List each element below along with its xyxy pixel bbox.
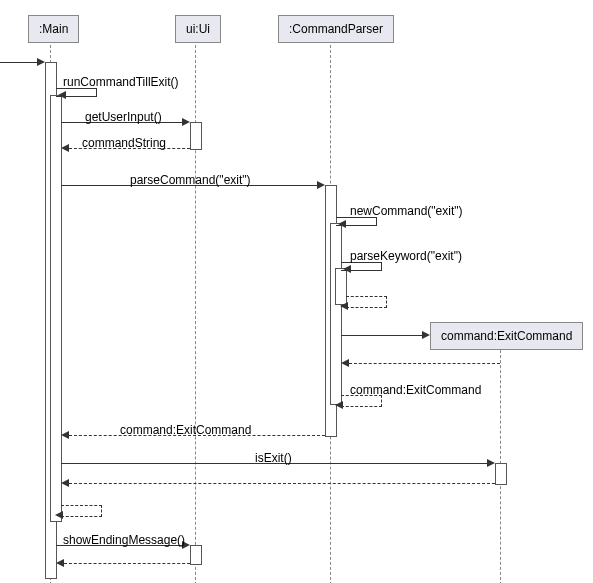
line-create-command (341, 335, 422, 336)
participant-command-label: command:ExitCommand (441, 329, 572, 343)
sequence-diagram: :Main ui:Ui :CommandParser command:ExitC… (0, 0, 593, 583)
head-isexit-return (61, 479, 69, 487)
found-msg-line (0, 62, 37, 63)
msg-parsecommand: parseCommand("exit") (130, 173, 251, 187)
msg-showending: showEndingMessage() (63, 533, 185, 547)
participant-command: command:ExitCommand (430, 322, 583, 350)
msg-return-exit1: command:ExitCommand (350, 383, 481, 397)
participant-ui: ui:Ui (175, 15, 221, 43)
head-showending-return (56, 559, 64, 567)
head-parsecommand (317, 181, 325, 189)
selfret-loop-head (55, 511, 63, 519)
selfret-loop (61, 505, 102, 517)
head-isexit (487, 459, 495, 467)
msg-getuserinput: getUserInput() (85, 110, 162, 124)
selfret-parsekeyword-head (340, 302, 348, 310)
participant-ui-label: ui:Ui (186, 22, 210, 36)
msg-isexit: isExit() (255, 451, 292, 465)
activation-command-isexit (495, 463, 507, 485)
selfcall-parsekeyword-head (343, 265, 351, 273)
participant-main-label: :Main (39, 22, 68, 36)
msg-return-exit2: command:ExitCommand (120, 423, 251, 437)
msg-parsekeyword: parseKeyword("exit") (350, 249, 462, 263)
head-commandstring (61, 144, 69, 152)
participant-main: :Main (28, 15, 79, 43)
participant-parser-label: :CommandParser (289, 22, 383, 36)
msg-newcommand: newCommand("exit") (350, 204, 463, 218)
selfcall-runcommand-head (58, 91, 66, 99)
participant-parser: :CommandParser (278, 15, 394, 43)
found-msg-head (37, 58, 45, 66)
head-create-return (341, 359, 349, 367)
selfret-parsekeyword (346, 296, 387, 308)
head-return-exit2 (61, 431, 69, 439)
line-showending-return (64, 563, 190, 564)
msg-commandstring: commandString (82, 136, 166, 150)
line-isexit-return (69, 483, 495, 484)
activation-ui-1 (190, 122, 202, 150)
head-create-command (422, 331, 430, 339)
selfcall-newcommand-head (338, 220, 346, 228)
line-create-return (349, 363, 500, 364)
activation-parser-new (330, 223, 342, 405)
selfret-newcommand-head (335, 401, 343, 409)
msg-runcommand: runCommandTillExit() (63, 75, 179, 89)
activation-ui-2 (190, 545, 202, 565)
head-getuserinput (182, 118, 190, 126)
activation-main-inner (50, 95, 62, 522)
